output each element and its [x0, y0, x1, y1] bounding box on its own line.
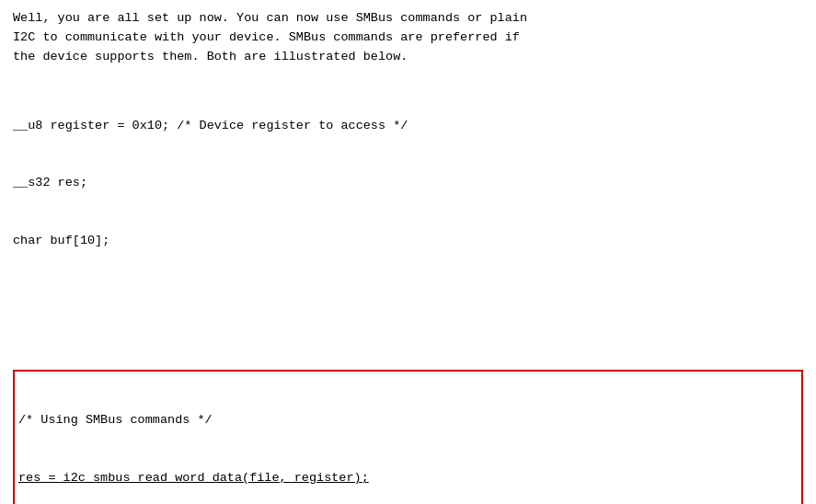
smbus-highlight-block: /* Using SMBus commands */ res = i2c_smb… [13, 370, 803, 504]
var-u8-line: __u8 register = 0x10; /* Device register… [13, 117, 803, 136]
smbus-comment-line: /* Using SMBus commands */ [18, 411, 798, 430]
intro-paragraph: Well, you are all set up now. You can no… [13, 9, 803, 67]
var-char-line: char buf[10]; [13, 232, 803, 251]
intro-line3: the device supports them. Both are illus… [13, 50, 408, 63]
intro-line1: Well, you are all set up now. You can no… [13, 11, 527, 25]
var-s32-line: __s32 res; [13, 174, 803, 193]
intro-line2: I2C to communicate with your device. SMB… [13, 30, 520, 44]
blank-line-1 [13, 290, 803, 309]
code-area: __u8 register = 0x10; /* Device register… [13, 78, 803, 504]
smbus-read-line: res = i2c_smbus_read_word_data(file, reg… [18, 469, 798, 488]
